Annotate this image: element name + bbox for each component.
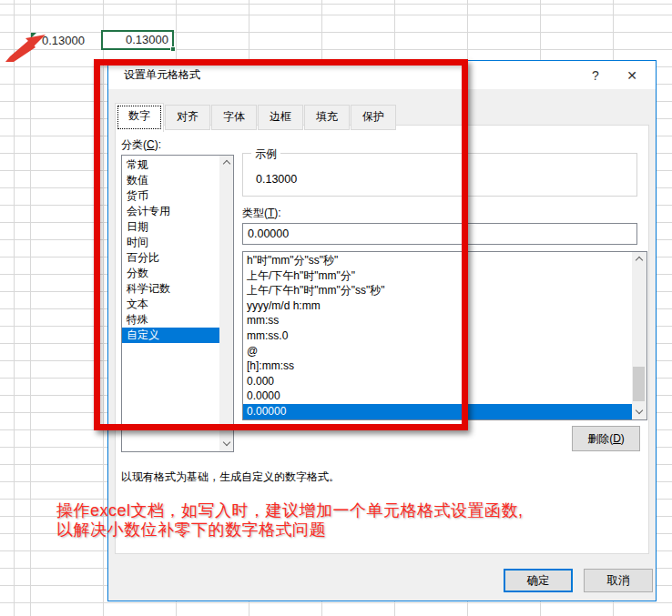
chevron-down-icon[interactable] (223, 440, 229, 447)
close-icon[interactable]: ✕ (614, 61, 650, 89)
red-arrow-annotation-icon (5, 34, 46, 63)
cancel-button[interactable]: 取消 (584, 569, 653, 592)
ok-button[interactable]: 确定 (504, 569, 573, 592)
fill-handle[interactable] (170, 46, 176, 52)
chevron-up-icon[interactable] (636, 257, 642, 263)
delete-button[interactable]: 删除(D) (572, 426, 640, 451)
cell-selected[interactable]: 0.13000 (101, 30, 174, 50)
note-line-2: 以解决小数位补零下的数字格式问题 (56, 520, 524, 540)
format-scrollbar[interactable] (632, 252, 647, 419)
scrollbar-thumb[interactable] (633, 367, 645, 401)
note-line-1: 操作excel文档，如写入时，建议增加一个单元格格式设置函数, (56, 501, 524, 520)
hint-text: 以现有格式为基础，生成自定义的数字格式。 (121, 470, 340, 485)
red-annotation-rectangle (94, 59, 468, 430)
red-annotation-note: 操作excel文档，如写入时，建议增加一个单元格格式设置函数, 以解决小数位补零… (56, 501, 524, 540)
cell-value: 0.13000 (42, 34, 85, 47)
cell-value: 0.13000 (126, 33, 168, 46)
chevron-down-icon[interactable] (636, 409, 642, 415)
help-icon[interactable]: ? (577, 61, 614, 89)
